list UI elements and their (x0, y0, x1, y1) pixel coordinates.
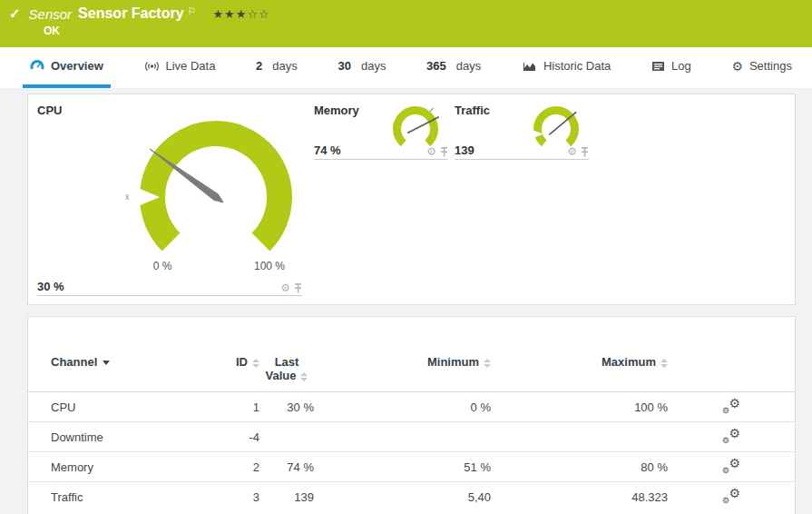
gauge-scale-min: 0 % (153, 260, 172, 272)
average-marker-label: x̄ (125, 193, 130, 202)
minimum-cell: 0 % (314, 392, 491, 422)
channel-name-cell[interactable]: CPU (28, 392, 191, 422)
sensor-status-badge: OK (44, 25, 803, 37)
tab-2-days[interactable]: 2 days (249, 47, 305, 88)
memory-panel-footer: 74 % ⚙ (314, 143, 448, 160)
gear-icon[interactable]: ⚙ (426, 146, 436, 157)
column-label: ID (236, 355, 248, 369)
pin-icon[interactable] (294, 283, 302, 293)
traffic-gauge-panel: Traffic 139 ⚙ (455, 104, 589, 160)
channel-settings-icon[interactable]: ⚙⚙ (722, 488, 740, 504)
channel-table-card: Channel ID Last Value Minimum (27, 316, 796, 514)
sensor-title: Sensor Factory (78, 5, 183, 22)
sort-icon (660, 359, 668, 368)
sort-icon (300, 372, 308, 381)
minimum-cell: 51 % (314, 452, 491, 482)
column-header-id[interactable]: ID (191, 355, 259, 392)
table-row-downtime: Downtime -4 ⚙⚙ (28, 422, 795, 452)
status-check-icon: ✓ (9, 5, 21, 22)
tab-label: Historic Data (543, 59, 611, 73)
column-label: Last (275, 355, 299, 369)
cpu-panel-footer: 30 % ⚙ (37, 280, 302, 296)
column-label: Minimum (427, 355, 479, 369)
table-row-traffic: Traffic 3 139 5,40 48.323 ⚙⚙ (28, 482, 795, 512)
tab-historic-data[interactable]: Historic Data (514, 47, 618, 88)
live-data-icon (144, 60, 160, 73)
tab-number: 2 (256, 59, 262, 73)
sort-desc-icon (103, 361, 110, 365)
minimum-cell (314, 422, 491, 452)
maximum-cell: 100 % (491, 392, 668, 422)
column-header-maximum[interactable]: Maximum (491, 355, 668, 392)
channel-id-cell: 1 (191, 392, 259, 422)
gauge-icon (30, 59, 44, 73)
gear-icon: ⚙ (731, 59, 743, 74)
maximum-cell: 48.323 (491, 482, 668, 512)
column-label: Channel (51, 355, 97, 369)
tab-number: 30 (338, 59, 350, 73)
sort-icon (252, 359, 259, 368)
tab-30-days[interactable]: 30 days (330, 47, 393, 88)
pin-icon[interactable] (440, 147, 448, 157)
channel-name-cell[interactable]: Memory (28, 452, 191, 482)
last-value-cell: 30 % (259, 392, 314, 422)
column-label: Maximum (602, 355, 656, 369)
pause-flag-icon[interactable]: ⚐ (188, 5, 197, 17)
tab-log[interactable]: Log (644, 47, 699, 88)
minimum-cell: 5,40 (314, 482, 491, 512)
traffic-last-value: 139 (455, 143, 474, 157)
maximum-cell (491, 422, 668, 452)
gear-icon[interactable]: ⚙ (567, 146, 577, 157)
overview-gauges-card: CPU x̄ 0 % 100 % 30 % ⚙ (27, 94, 796, 305)
cpu-last-value: 30 % (37, 280, 64, 293)
channel-name-cell[interactable]: Traffic (28, 482, 191, 512)
tab-label: Settings (749, 59, 792, 73)
pin-icon[interactable] (581, 147, 589, 157)
tab-number: 365 (426, 59, 446, 73)
channel-settings-icon[interactable]: ⚙⚙ (722, 458, 740, 474)
channel-id-cell: 3 (191, 482, 259, 512)
last-value-cell: 139 (259, 482, 314, 512)
priority-stars[interactable]: ★★★☆☆ (212, 7, 269, 21)
tab-bar: Overview Live Data 2 days 30 days 365 da… (0, 47, 812, 88)
tab-label: days (456, 59, 481, 73)
column-header-minimum[interactable]: Minimum (314, 355, 491, 392)
tab-label: Overview (51, 59, 103, 73)
log-icon (651, 61, 665, 72)
memory-gauge-panel: Memory 74 % ⚙ (314, 104, 448, 160)
column-label: Value (266, 369, 297, 382)
tab-settings[interactable]: ⚙ Settings (724, 47, 799, 88)
tab-live-data[interactable]: Live Data (137, 47, 223, 88)
tab-label: days (361, 59, 386, 73)
gauge-scale-max: 100 % (254, 260, 285, 272)
tab-365-days[interactable]: 365 days (419, 47, 488, 88)
channel-settings-icon[interactable]: ⚙⚙ (722, 398, 740, 414)
tab-overview[interactable]: Overview (23, 47, 111, 88)
object-type-label: Sensor (29, 6, 73, 22)
sensor-header: ✓ Sensor Sensor Factory ⚐ ★★★☆☆ OK (0, 0, 812, 47)
maximum-cell: 80 % (491, 452, 668, 482)
channel-id-cell: -4 (191, 422, 259, 452)
channel-table: Channel ID Last Value Minimum (28, 355, 795, 512)
gear-icon[interactable]: ⚙ (280, 282, 290, 293)
historic-data-icon (522, 60, 537, 73)
last-value-cell: 74 % (259, 452, 314, 482)
traffic-panel-footer: 139 ⚙ (455, 143, 589, 160)
cpu-gauge-panel: CPU x̄ 0 % 100 % 30 % ⚙ (37, 104, 302, 296)
channel-id-cell: 2 (191, 452, 259, 482)
memory-last-value: 74 % (314, 143, 341, 157)
tab-label: Log (671, 59, 691, 73)
table-row-cpu: CPU 1 30 % 0 % 100 % ⚙⚙ (28, 392, 795, 422)
cpu-gauge: x̄ 0 % 100 % (116, 108, 316, 284)
column-header-channel[interactable]: Channel (28, 355, 191, 392)
column-header-last-value[interactable]: Last Value (259, 355, 314, 392)
tab-label: days (272, 59, 297, 73)
table-row-memory: Memory 2 74 % 51 % 80 % ⚙⚙ (28, 452, 795, 482)
last-value-cell (259, 422, 314, 452)
page-content: CPU x̄ 0 % 100 % 30 % ⚙ (0, 88, 812, 514)
channel-settings-icon[interactable]: ⚙⚙ (722, 428, 740, 444)
tab-label: Live Data (166, 59, 216, 73)
sort-icon (484, 359, 491, 368)
average-marker-tick (430, 108, 433, 112)
channel-name-cell[interactable]: Downtime (28, 422, 191, 452)
